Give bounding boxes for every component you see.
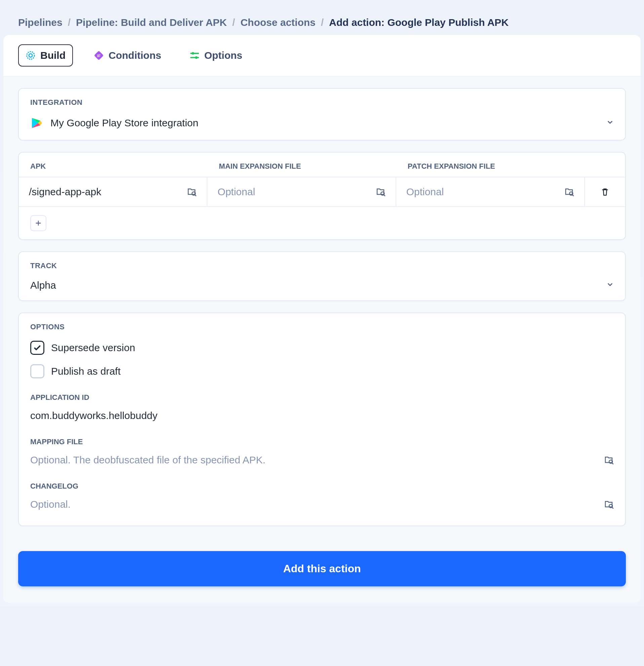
tab-conditions[interactable]: IF Conditions [86,45,169,67]
tabs: Build IF Conditions Options [3,35,641,76]
tab-build[interactable]: Build [18,45,73,67]
integration-label: INTEGRATION [19,89,625,111]
svg-point-5 [192,52,194,55]
chevron-down-icon [606,118,614,128]
breadcrumb-link-pipeline[interactable]: Pipeline: Build and Deliver APK [76,17,227,28]
integration-value: My Google Play Store integration [50,117,198,129]
options-label: OPTIONS [19,313,625,336]
options-panel: OPTIONS Supersede version Publish as dra… [18,313,626,526]
browse-icon[interactable] [604,455,614,465]
breadcrumb-link-pipelines[interactable]: Pipelines [18,17,63,28]
mapping-file-input[interactable] [30,454,604,466]
sliders-icon [190,50,199,60]
track-panel: TRACK Alpha [18,251,626,301]
track-label: TRACK [19,252,625,275]
track-value: Alpha [30,280,56,291]
tab-options[interactable]: Options [182,45,250,67]
apk-col-patch: PATCH EXPANSION FILE [396,153,585,177]
integration-panel: INTEGRATION My Google Play Store integra… [18,88,626,140]
svg-line-11 [384,195,385,196]
breadcrumb-link-choose-actions[interactable]: Choose actions [240,17,315,28]
track-select[interactable]: Alpha [19,275,625,300]
browse-icon[interactable] [604,500,614,509]
browse-icon[interactable] [564,187,574,197]
tab-conditions-label: Conditions [108,50,161,61]
browse-icon[interactable] [376,187,385,197]
main-card: Build IF Conditions Options INTEGRATION [3,35,641,602]
integration-select[interactable]: My Google Play Store integration [19,111,625,140]
tab-options-label: Options [204,50,242,61]
apk-path-input[interactable] [29,186,187,197]
apk-col-main: MAIN EXPANSION FILE [207,153,396,177]
svg-line-15 [612,463,613,465]
svg-point-7 [195,56,198,59]
tab-build-label: Build [40,50,66,61]
breadcrumb-sep: / [68,17,71,28]
app-id-input[interactable] [30,410,614,421]
publish-draft-checkbox[interactable] [30,364,45,379]
add-apk-button[interactable] [30,215,46,231]
supersede-label: Supersede version [51,342,135,353]
add-action-button[interactable]: Add this action [18,551,626,586]
diamond-icon: IF [94,50,104,60]
svg-line-13 [572,195,574,196]
apk-table-header: APK MAIN EXPANSION FILE PATCH EXPANSION … [19,153,625,177]
breadcrumb-sep: / [232,17,235,28]
chevron-down-icon [606,280,614,291]
breadcrumb-sep: / [321,17,324,28]
app-id-label: APPLICATION ID [30,383,614,407]
google-play-icon [30,116,44,130]
trash-icon[interactable] [600,187,610,197]
apk-col-apk: APK [19,153,207,177]
changelog-label: CHANGELOG [30,472,614,495]
breadcrumb: Pipelines / Pipeline: Build and Deliver … [3,10,641,35]
mapping-file-label: MAPPING FILE [30,427,614,451]
supersede-checkbox[interactable] [30,341,45,355]
breadcrumb-current: Add action: Google Play Publish APK [329,17,508,28]
browse-icon[interactable] [187,187,197,197]
gear-icon [25,50,36,60]
svg-text:IF: IF [97,54,101,58]
main-expansion-input[interactable] [217,186,375,197]
apk-panel: APK MAIN EXPANSION FILE PATCH EXPANSION … [18,152,626,240]
changelog-input[interactable] [30,499,604,510]
publish-draft-label: Publish as draft [51,366,121,377]
svg-point-1 [29,54,32,57]
svg-line-9 [195,195,196,196]
svg-line-17 [612,507,613,509]
apk-table-row [19,177,625,207]
patch-expansion-input[interactable] [406,186,564,197]
